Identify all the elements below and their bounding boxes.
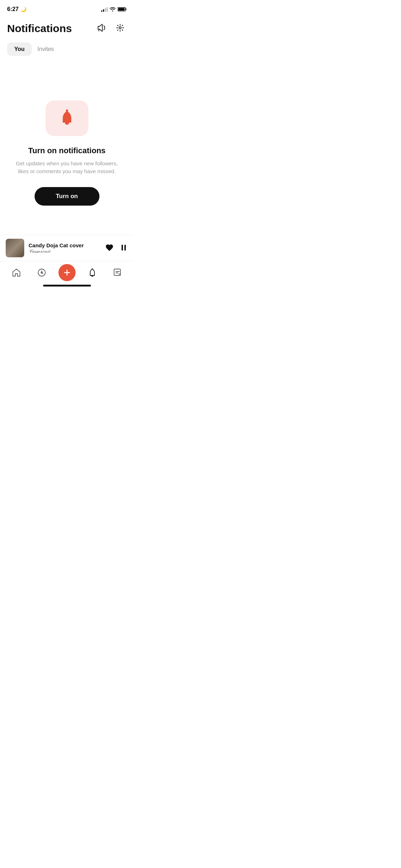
bell-icon [57, 108, 77, 128]
tabs: You Invites [0, 40, 134, 62]
svg-point-10 [92, 268, 93, 269]
add-icon [63, 268, 71, 277]
library-nav-button[interactable] [109, 264, 126, 281]
album-art-image [6, 239, 24, 257]
header-icons [95, 21, 127, 35]
status-time: 6:27 [7, 6, 19, 12]
track-title: Candy Doja Cat cover [29, 242, 101, 248]
heart-icon [105, 243, 114, 252]
now-playing-info: Candy Doja Cat cover 𝒞𝒶𝓈𝓈𝒶𝓇𝑜𝓃𝒾𝑒 [29, 242, 101, 254]
notifications-nav-button[interactable] [84, 264, 101, 281]
moon-icon: 🌙 [20, 6, 26, 12]
svg-point-5 [66, 109, 68, 112]
like-button[interactable] [105, 243, 114, 253]
svg-rect-2 [126, 9, 127, 10]
megaphone-button[interactable] [95, 21, 108, 35]
svg-point-3 [119, 27, 121, 29]
tab-you[interactable]: You [7, 42, 32, 56]
svg-rect-7 [124, 245, 126, 250]
now-playing-bar: Candy Doja Cat cover 𝒞𝒶𝓈𝓈𝒶𝓇𝑜𝓃𝒾𝑒 [0, 235, 134, 261]
pause-button[interactable] [119, 243, 128, 253]
empty-state: Turn on notifications Get updates when y… [0, 62, 134, 230]
megaphone-icon [97, 23, 107, 33]
tab-invites[interactable]: Invites [36, 42, 55, 56]
signal-bars [101, 7, 108, 12]
explore-nav-button[interactable] [33, 264, 50, 281]
status-bar: 6:27 🌙 [0, 0, 134, 16]
bell-container [46, 100, 88, 136]
wifi-icon [110, 7, 115, 11]
header: Notifications [0, 16, 134, 40]
svg-rect-1 [118, 8, 125, 11]
library-icon [113, 268, 122, 277]
empty-state-title: Turn on notifications [28, 146, 106, 155]
svg-rect-6 [122, 245, 123, 250]
home-indicator [43, 285, 91, 286]
notifications-nav-icon [88, 268, 97, 277]
battery-icon [118, 7, 127, 11]
home-icon [12, 268, 21, 277]
add-nav-button[interactable] [58, 264, 76, 281]
settings-icon [115, 23, 125, 33]
explore-icon [37, 268, 46, 277]
artist-name: 𝒞𝒶𝓈𝓈𝒶𝓇𝑜𝓃𝒾𝑒 [29, 248, 101, 254]
page-title: Notifications [7, 22, 72, 35]
pause-icon [119, 243, 128, 252]
home-nav-button[interactable] [8, 264, 25, 281]
status-icons [101, 7, 127, 12]
turn-on-button[interactable]: Turn on [35, 187, 99, 206]
album-art [6, 239, 24, 257]
empty-state-description: Get updates when you have new followers,… [11, 160, 123, 176]
playback-controls [105, 243, 128, 253]
status-time-wrapper: 6:27 🌙 [7, 6, 26, 12]
settings-button[interactable] [114, 21, 127, 35]
